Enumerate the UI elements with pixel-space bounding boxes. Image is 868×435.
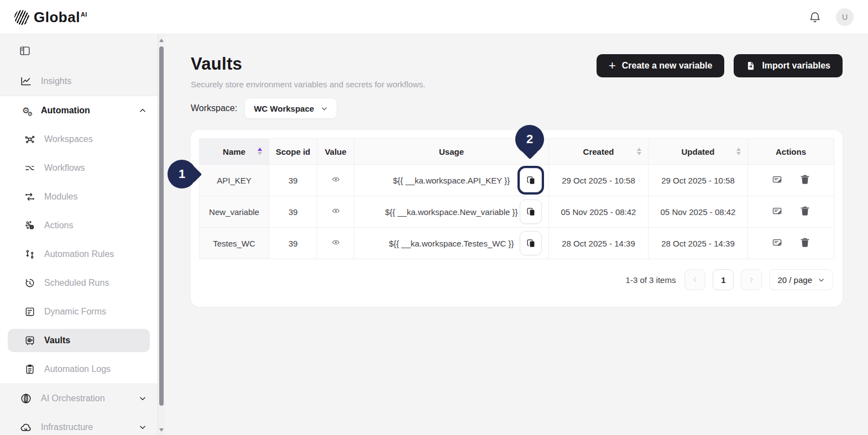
value-cell — [317, 196, 354, 228]
usage-cell: ${{ __ka.workspace.API_KEY }} — [354, 165, 549, 196]
sidebar-item-label: Automation — [41, 106, 90, 116]
updated-cell: 29 Oct 2025 - 10:58 — [649, 165, 748, 196]
column-header-actions: Actions — [748, 139, 834, 165]
user-avatar[interactable]: U — [836, 8, 854, 26]
import-variables-button[interactable]: Import variables — [734, 54, 843, 77]
brand-superscript: AI — [81, 11, 87, 18]
usage-cell: ${{ __ka.workspace.Testes_WC }} — [354, 228, 549, 259]
scrollbar-down-arrow[interactable] — [159, 428, 164, 432]
reveal-value-eye-icon[interactable] — [332, 207, 340, 215]
sidebar-item-ai-orchestration[interactable]: AI Orchestration — [0, 384, 158, 413]
brand-logo: GlobalAI — [14, 9, 87, 25]
actions-cell — [748, 228, 834, 259]
table-row: Testes_WC39${{ __ka.workspace.Testes_WC … — [200, 228, 834, 259]
sidebar-item-automation-rules[interactable]: Automation Rules — [0, 240, 158, 269]
notifications-bell-icon[interactable] — [808, 11, 822, 24]
sidebar-item-label: AI Orchestration — [41, 394, 105, 403]
column-header-name[interactable]: Name — [200, 139, 269, 165]
sidebar-item-modules[interactable]: Modules — [0, 182, 158, 211]
scrollbar-up-arrow[interactable] — [159, 39, 164, 42]
sidebar-item-workflows[interactable]: Workflows — [0, 154, 158, 182]
sidebar-item-label: Actions — [44, 221, 73, 230]
globe-logo-icon — [14, 10, 29, 25]
actions-cell — [748, 196, 834, 228]
chevron-up-icon — [139, 107, 147, 114]
sidebar-scrollbar[interactable] — [158, 34, 165, 435]
page-number-button[interactable]: 1 — [713, 269, 734, 290]
sidebar-item-label: Insights — [41, 76, 71, 86]
edit-button[interactable] — [772, 237, 783, 248]
column-header-updated[interactable]: Updated — [649, 139, 748, 165]
create-variable-button[interactable]: + Create a new variable — [597, 54, 725, 77]
import-file-icon — [746, 61, 756, 71]
sidebar-item-vaults[interactable]: Vaults — [8, 329, 150, 352]
table-row: New_variable39${{ __ka.workspace.New_var… — [200, 196, 834, 228]
sidebar-item-automation-logs[interactable]: Automation Logs — [0, 355, 158, 384]
annotation-step-2: 2 — [515, 125, 544, 154]
vaults-table-card: Name Scope id Value Usage Created Update… — [191, 130, 843, 307]
dynamic-forms-icon — [24, 306, 35, 317]
vault-name-cell: API_KEY — [200, 165, 269, 196]
modules-flow-icon — [24, 191, 35, 202]
vault-name-cell: Testes_WC — [200, 228, 269, 259]
delete-button[interactable] — [799, 206, 811, 217]
column-header-scope-id: Scope id — [269, 139, 317, 165]
scope-id-cell: 39 — [269, 196, 317, 228]
sidebar-toggle-icon[interactable] — [19, 45, 31, 57]
sidebar-item-infrastructure[interactable]: Infrastructure — [0, 413, 158, 435]
page-size-select[interactable]: 20 / page — [769, 269, 833, 290]
edit-button[interactable] — [772, 174, 783, 185]
automation-section: ⚙⚙ Automation Workspaces Workflows — [0, 96, 158, 384]
annotation-step-1: 1 — [168, 160, 196, 188]
sidebar-item-dynamic-forms[interactable]: Dynamic Forms — [0, 297, 158, 326]
copy-usage-button[interactable] — [520, 231, 542, 255]
scope-id-cell: 39 — [269, 228, 317, 259]
automation-logs-clipboard-icon — [24, 364, 35, 375]
chevron-down-icon — [321, 105, 328, 112]
chevron-left-icon — [692, 276, 698, 283]
sidebar-item-automation[interactable]: ⚙⚙ Automation — [0, 96, 158, 125]
usage-expression: ${{ __ka.workspace.New_variable }} — [385, 207, 517, 217]
sidebar-item-label: Modules — [44, 192, 77, 202]
workspace-select[interactable]: WC Workspace — [244, 98, 337, 119]
sidebar-item-workspaces[interactable]: Workspaces — [0, 125, 158, 154]
next-page-button[interactable] — [741, 269, 762, 290]
main-content: Vaults Securely store environment variab… — [165, 34, 868, 435]
insights-chart-icon — [20, 75, 32, 87]
top-header: GlobalAI U — [0, 0, 868, 34]
actions-cell — [748, 165, 834, 196]
updated-cell: 28 Oct 2025 - 14:39 — [649, 228, 748, 259]
previous-page-button[interactable] — [684, 269, 705, 290]
usage-expression: ${{ __ka.workspace.Testes_WC }} — [389, 239, 514, 248]
delete-button[interactable] — [799, 237, 811, 248]
usage-expression: ${{ __ka.workspace.API_KEY }} — [393, 176, 510, 185]
sidebar-item-label: Automation Rules — [44, 249, 114, 259]
column-header-created[interactable]: Created — [549, 139, 649, 165]
workspace-selected-value: WC Workspace — [254, 104, 314, 113]
sort-icon — [736, 148, 741, 155]
sidebar-item-insights[interactable]: Insights — [0, 67, 158, 96]
vault-name-cell: New_variable — [200, 196, 269, 228]
copy-usage-button[interactable] — [520, 168, 542, 192]
created-cell: 05 Nov 2025 - 08:42 — [549, 196, 649, 228]
scrollbar-thumb[interactable] — [159, 46, 164, 406]
sort-icon — [258, 148, 262, 155]
actions-cluster-icon — [24, 220, 35, 231]
sidebar-item-scheduled-runs[interactable]: Scheduled Runs — [0, 269, 158, 297]
workflows-branch-icon — [24, 163, 35, 174]
reveal-value-eye-icon[interactable] — [332, 238, 340, 247]
workspaces-network-icon — [24, 134, 35, 145]
sort-icon — [637, 148, 641, 155]
sidebar-item-label: Automation Logs — [44, 364, 111, 374]
delete-button[interactable] — [799, 174, 811, 185]
reveal-value-eye-icon[interactable] — [332, 175, 340, 184]
scope-id-cell: 39 — [269, 165, 317, 196]
edit-button[interactable] — [772, 206, 783, 217]
sidebar-item-label: Infrastructure — [41, 422, 93, 432]
chevron-down-icon — [818, 276, 825, 284]
copy-usage-button[interactable] — [520, 200, 542, 224]
sidebar-item-label: Workflows — [44, 163, 85, 173]
created-cell: 28 Oct 2025 - 14:39 — [549, 228, 649, 259]
sidebar: Insights ⚙⚙ Automation Workspaces Workfl… — [0, 34, 158, 435]
sidebar-item-actions[interactable]: Actions — [0, 211, 158, 240]
